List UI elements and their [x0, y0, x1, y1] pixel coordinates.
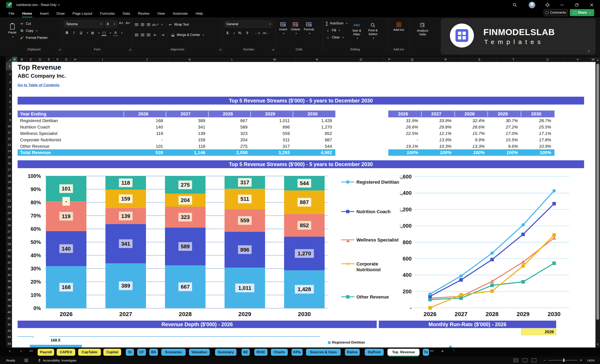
table-cell[interactable]: 119: [124, 131, 166, 136]
table-cell[interactable]: Corporate Nutritionist: [18, 137, 124, 142]
pct-header-cell[interactable]: 2027: [422, 111, 455, 117]
pct-total-cell[interactable]: 100%: [521, 150, 554, 155]
table-cell[interactable]: 544: [293, 144, 335, 149]
table-cell[interactable]: Wellness Specialist: [18, 131, 124, 136]
cut-button[interactable]: ✂Cut: [19, 20, 48, 27]
menu-draw[interactable]: Draw: [53, 11, 68, 17]
table-cell[interactable]: 275: [209, 144, 251, 149]
vertical-scroll-thumb[interactable]: [596, 64, 599, 320]
macro-record-icon[interactable]: [25, 359, 28, 362]
number-dialog-launcher[interactable]: [272, 49, 274, 50]
menu-data[interactable]: Data: [119, 11, 133, 17]
table-cell[interactable]: 341: [166, 125, 208, 129]
row-header-13[interactable]: 13: [6, 142, 12, 148]
sort-filter-button[interactable]: A⇅Z Sort & Filter▾: [350, 21, 364, 41]
menu-file[interactable]: File: [5, 11, 18, 17]
table-cell[interactable]: 1,011: [251, 118, 293, 123]
row-header-35[interactable]: 35: [6, 278, 12, 284]
sheet-tab-capital[interactable]: Capital: [103, 349, 121, 356]
table-cell[interactable]: 389: [166, 118, 208, 123]
row-header-27[interactable]: 27: [6, 228, 12, 235]
copy-button[interactable]: ⧉Copy▾: [19, 27, 48, 34]
row-header-14[interactable]: 14: [6, 148, 12, 154]
table-header-cell[interactable]: 2029: [251, 111, 293, 117]
row-header-11[interactable]: 11: [6, 129, 12, 136]
column-header-S[interactable]: S: [462, 57, 497, 62]
accessibility-status[interactable]: Accessibility: Investigate: [38, 359, 76, 362]
sheet-tab-be[interactable]: BE: [242, 349, 250, 356]
minimize-button[interactable]: [558, 1, 566, 9]
line-chart[interactable]: 1,6001,4001,2001,000800600400200-2026202…: [400, 172, 595, 320]
pct-total-cell[interactable]: 100%: [422, 150, 455, 155]
row-header-23[interactable]: 23: [6, 204, 12, 210]
borders-button[interactable]: ⊞: [90, 30, 95, 35]
row-header-19[interactable]: 19: [6, 179, 12, 185]
zoom-level[interactable]: 140%: [587, 359, 595, 362]
percent-format-icon[interactable]: %: [237, 31, 242, 36]
align-center-icon[interactable]: [141, 34, 144, 36]
menu-page-layout[interactable]: Page Layout: [69, 11, 95, 17]
row-header-33[interactable]: 33: [6, 266, 12, 272]
align-right-icon[interactable]: [147, 34, 150, 36]
ribbon-collapse-icon[interactable]: ˅: [588, 49, 590, 53]
row-header-39[interactable]: 39: [6, 303, 12, 309]
row-header-22[interactable]: 22: [6, 198, 12, 204]
table-cell[interactable]: 511: [251, 137, 293, 142]
row-header-16[interactable]: 16: [6, 160, 12, 166]
pct-cell[interactable]: 30.7%: [488, 118, 521, 123]
table-cell[interactable]: Other Revenue: [18, 144, 124, 149]
italic-button[interactable]: I: [72, 30, 76, 35]
column-header-G[interactable]: G: [62, 57, 71, 62]
pct-cell[interactable]: 10.3%: [422, 144, 455, 149]
row-header-8[interactable]: 8: [6, 111, 12, 117]
pct-total-cell[interactable]: 100%: [388, 150, 422, 155]
table-cell[interactable]: 559: [251, 131, 293, 136]
table-total-cell[interactable]: 3,293: [251, 150, 293, 155]
decrease-font-icon[interactable]: A˅: [125, 21, 130, 26]
tab-options-icon[interactable]: ⋮: [452, 348, 456, 353]
column-header-D[interactable]: D: [36, 57, 45, 62]
table-cell[interactable]: 101: [124, 144, 166, 149]
align-bottom-icon[interactable]: [147, 23, 150, 26]
sheet-tab-roic[interactable]: ROIC: [254, 349, 268, 356]
pct-cell[interactable]: 28.7%: [521, 118, 554, 123]
pct-header-cell[interactable]: 2029: [488, 111, 521, 117]
paste-button[interactable]: Paste ▾: [8, 20, 17, 41]
number-format-combo[interactable]: General▾: [225, 21, 272, 27]
analyze-data-button[interactable]: Analyze Data: [410, 18, 435, 36]
table-cell[interactable]: 323: [209, 131, 251, 136]
column-header-N[interactable]: N: [296, 57, 338, 62]
decrease-indent-icon[interactable]: ⇤: [153, 32, 158, 37]
pct-cell[interactable]: 27.2%: [488, 125, 521, 129]
pct-cell[interactable]: 9.9%: [455, 137, 488, 142]
column-header-L[interactable]: L: [211, 57, 253, 62]
table-cell[interactable]: 887: [293, 137, 335, 142]
row-header-43[interactable]: 43: [6, 328, 12, 334]
font-name-combo[interactable]: Tahoma▾: [64, 21, 103, 27]
sheet-tab-to[interactable]: To: [423, 349, 429, 356]
column-header-O[interactable]: O: [338, 57, 384, 62]
column-header-Q[interactable]: Q: [395, 57, 429, 62]
pct-cell[interactable]: 25.5%: [521, 125, 554, 129]
sheet-tab-charts[interactable]: Charts: [271, 349, 288, 356]
pct-cell[interactable]: 15.5%: [488, 137, 521, 142]
insert-cells-button[interactable]: Insert▾: [279, 22, 287, 35]
sheet-tab-ratios[interactable]: Ratios: [345, 349, 360, 356]
pct-cell[interactable]: 17.1%: [521, 131, 554, 136]
pct-cell[interactable]: 13.3%: [455, 144, 488, 149]
share-button[interactable]: Share ▾: [570, 9, 594, 16]
row-header-45[interactable]: 45: [6, 340, 12, 347]
row-header-30[interactable]: 30: [6, 247, 12, 253]
restore-button[interactable]: [573, 1, 581, 9]
clipboard-dialog-launcher[interactable]: [58, 49, 60, 50]
pct-cell[interactable]: 31.9%: [388, 118, 422, 123]
more-sheets-icon[interactable]: •••: [430, 349, 433, 353]
sheet-tab-bs[interactable]: BS: [149, 349, 158, 356]
sheet-tab-valuation[interactable]: Valuation: [189, 349, 210, 356]
sheet-tab-dupont[interactable]: DuPont: [365, 349, 384, 356]
sheet-tab-capex[interactable]: CAPEX: [57, 349, 75, 356]
sheet-canvas[interactable]: Top Revenue ABC Company Inc. Go to Table…: [12, 62, 595, 347]
addins-button[interactable]: Add-ins: [387, 18, 410, 32]
table-of-contents-link[interactable]: Go to Table of Contents: [18, 83, 60, 87]
table-cell[interactable]: 168: [124, 118, 166, 123]
